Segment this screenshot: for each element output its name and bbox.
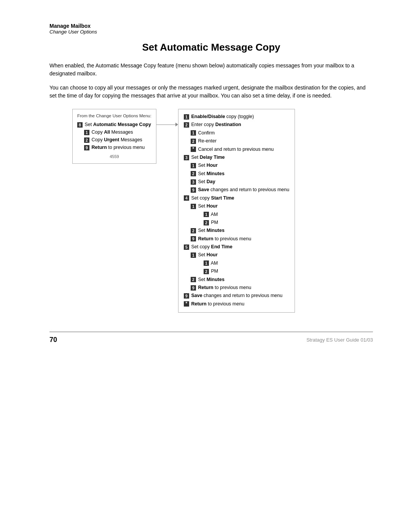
right-key-3: 3 xyxy=(184,155,189,160)
right-start-plain-2: Set xyxy=(198,228,206,233)
right-footer-save-rest: changes and return to previous menu xyxy=(202,293,283,298)
right-delay-plain-1: Set xyxy=(198,163,206,168)
right-plain-delay: Set xyxy=(191,155,199,160)
right-footer-return: * Return to previous menu xyxy=(184,300,289,308)
right-end-key-1: 1 xyxy=(191,252,196,258)
right-footer-key-9: 9 xyxy=(184,293,189,299)
right-start-return-bold: Return xyxy=(198,236,213,241)
right-key-5: 5 xyxy=(184,244,189,250)
right-start-plain-1: Set xyxy=(198,203,206,209)
footer-row: 70 Stratagy ES User Guide 01/03 xyxy=(49,336,373,344)
right-end-bold-1: Hour xyxy=(207,252,218,257)
right-end-am-key: 1 xyxy=(204,260,209,266)
right-start-key-1: 1 xyxy=(191,204,196,209)
left-sub-plain-1: Copy xyxy=(91,129,104,135)
right-delay-subs: 1 Set Hour 2 Set Minutes 3 Set Day 9 Sav… xyxy=(191,162,289,194)
right-end-key-2: 2 xyxy=(191,277,196,282)
right-start-bold-2: Minutes xyxy=(207,228,225,233)
right-start-am-key: 1 xyxy=(204,212,209,217)
left-sub-item-2: 2 Copy Urgent Messages xyxy=(84,136,151,144)
left-main-plain: Set xyxy=(84,122,93,127)
right-start-key-9: 9 xyxy=(191,236,196,241)
right-delay-plain-2: Set xyxy=(198,171,206,176)
right-dest-sub-star: * Cancel and return to previous menu xyxy=(191,146,289,153)
right-footer-key-star: * xyxy=(184,301,189,307)
left-sub-key-2: 2 xyxy=(84,137,89,143)
right-end-return-rest: to previous menu xyxy=(213,285,251,290)
right-start-key-2: 2 xyxy=(191,228,196,233)
right-delay-sub-3: 3 Set Day xyxy=(191,178,289,185)
connector xyxy=(156,123,178,126)
right-item-3: 3 Set Delay Time xyxy=(184,154,289,161)
right-delay-save-bold: Save xyxy=(198,187,209,192)
right-footer-return-rest: to previous menu xyxy=(207,301,244,307)
right-bold-end: End Time xyxy=(211,244,233,249)
left-sub-rest-1: Messages xyxy=(110,129,133,135)
right-delay-sub-1: 1 Set Hour xyxy=(191,162,289,169)
right-start-pm-key: 2 xyxy=(204,220,209,225)
diagram-figure-num: 4559 xyxy=(77,153,151,160)
right-delay-sub-2: 2 Set Minutes xyxy=(191,170,289,177)
intro-para-2: You can choose to copy all your messages… xyxy=(49,84,373,100)
diagram-wrapper: From the Change User Options Menu: 8 Set… xyxy=(72,109,373,313)
footer-page-num: 70 xyxy=(49,336,57,344)
right-end-am-text: AM xyxy=(211,260,218,266)
right-start-am-text: AM xyxy=(211,212,218,217)
right-end-hour-subs: 1 AM 2 PM xyxy=(204,260,289,275)
right-delay-key-9: 9 xyxy=(191,187,196,193)
right-dest-confirm: Confirm xyxy=(198,130,215,136)
right-start-pm-text: PM xyxy=(211,220,218,225)
footer-rule xyxy=(49,332,373,332)
right-plain-dest: Enter copy xyxy=(191,122,215,127)
left-main-item: 8 Set Automatic Message Copy xyxy=(77,121,151,128)
right-delay-bold-2: Minutes xyxy=(207,171,225,176)
left-sub-plain-2: Copy xyxy=(91,137,104,142)
right-start-hour-subs: 1 AM 2 PM xyxy=(204,211,289,227)
right-end-key-9: 9 xyxy=(191,285,196,291)
right-bold-start: Start Time xyxy=(211,195,234,201)
right-dest-key-star: * xyxy=(191,147,196,152)
right-bold-delay: Delay Time xyxy=(200,155,225,160)
breadcrumb-title: Manage Mailbox xyxy=(49,23,373,29)
right-delay-key-3: 3 xyxy=(191,179,196,185)
left-sub-bold-2: Urgent xyxy=(104,137,119,142)
right-footer-save-bold: Save xyxy=(191,293,202,298)
right-start-pm: 2 PM xyxy=(204,219,289,226)
left-return-bold: Return xyxy=(91,145,107,150)
breadcrumb-subtitle: Change User Options xyxy=(49,29,373,35)
left-sub-key-1: 1 xyxy=(84,130,89,135)
right-key-2: 2 xyxy=(184,122,189,128)
right-end-subs: 1 Set Hour 1 AM 2 PM 2 Set Minutes xyxy=(191,251,289,291)
left-return-item: 9 Return to previous menu xyxy=(84,144,151,151)
right-start-minutes: 2 Set Minutes xyxy=(191,227,289,234)
right-footer-save: 9 Save changes and return to previous me… xyxy=(184,292,289,299)
right-item-5: 5 Set copy End Time xyxy=(184,243,289,251)
right-end-pm: 2 PM xyxy=(204,268,289,275)
right-end-minutes: 2 Set Minutes xyxy=(191,276,289,283)
left-main-key: 8 xyxy=(77,122,83,128)
left-sub-items: 1 Copy All Messages 2 Copy Urgent Messag… xyxy=(84,128,151,151)
right-delay-bold-1: Hour xyxy=(207,163,218,168)
right-start-bold-1: Hour xyxy=(207,203,218,209)
right-item-1: 1 Enable/Disable copy (toggle) xyxy=(184,113,289,120)
right-dest-key-1: 1 xyxy=(191,130,196,136)
right-delay-save-rest: changes and return to previous menu xyxy=(209,187,290,192)
breadcrumb: Manage Mailbox Change User Options xyxy=(49,23,373,35)
intro-para-1: When enabled, the Automatic Message Copy… xyxy=(49,62,373,78)
right-plain-end: Set copy xyxy=(191,244,211,249)
right-footer-return-bold: Return xyxy=(191,301,206,307)
right-item-4: 4 Set copy Start Time xyxy=(184,195,289,202)
left-sub-item-1: 1 Copy All Messages xyxy=(84,128,151,136)
right-delay-bold-3: Day xyxy=(207,179,215,184)
right-start-hour: 1 Set Hour xyxy=(191,203,289,210)
right-key-1: 1 xyxy=(184,114,189,120)
left-sub-bold-1: All xyxy=(104,129,110,135)
footer-guide-text: Stratagy ES User Guide 01/03 xyxy=(306,337,373,343)
right-start-return-rest: to previous menu xyxy=(213,236,251,241)
right-dest-sub-1: 1 Confirm xyxy=(191,129,289,137)
right-dest-key-2: 2 xyxy=(191,139,196,144)
right-dest-cancel: Cancel and return to previous menu xyxy=(198,147,274,152)
connector-line xyxy=(156,125,175,125)
right-delay-plain-3: Set xyxy=(198,179,206,184)
right-dest-subs: 1 Confirm 2 Re-enter * Cancel and return… xyxy=(191,129,289,153)
